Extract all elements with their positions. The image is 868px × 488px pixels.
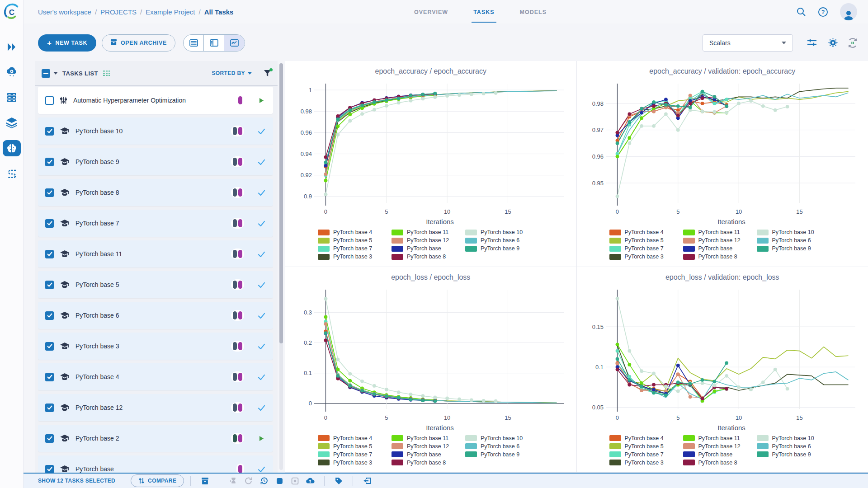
legend-item[interactable]: PyTorch base 10 [757,434,830,442]
reset-icon[interactable] [256,477,272,485]
sorted-by-button[interactable]: SORTED BY [212,70,252,76]
legend-item[interactable]: PyTorch base 11 [683,434,757,442]
task-checkbox[interactable] [45,342,54,351]
legend-item[interactable]: PyTorch base 11 [392,434,465,442]
task-checkbox[interactable] [45,311,54,320]
details-view-icon[interactable] [204,35,224,51]
legend-item[interactable]: PyTorch base 4 [609,434,683,442]
select-all-checkbox[interactable] [42,69,50,78]
projects-icon[interactable] [3,140,21,156]
select-mode-caret-icon[interactable] [53,72,58,75]
legend-item[interactable]: PyTorch base 8 [683,253,757,261]
add-tag-icon[interactable] [331,477,346,485]
legend-item[interactable]: PyTorch base 12 [683,236,757,244]
tasks-scrollbar-thumb[interactable] [279,63,283,343]
tune-settings-icon[interactable] [807,38,817,49]
legend-item[interactable]: PyTorch base 5 [318,236,392,244]
task-row[interactable]: PyTorch base 12 [38,394,273,421]
task-row[interactable]: PyTorch base 2 [38,425,273,452]
legend-item[interactable]: PyTorch base 5 [318,442,392,450]
breadcrumb-project[interactable]: Example Project [146,8,195,16]
user-avatar[interactable] [840,3,857,20]
legend-item[interactable]: PyTorch base 3 [318,459,392,467]
legend-item[interactable]: PyTorch base 10 [465,434,539,442]
task-row[interactable]: PyTorch base 4 [38,363,273,390]
metric-selector-dropdown[interactable]: Scalars [703,34,793,52]
task-checkbox[interactable] [45,219,54,228]
clearml-logo[interactable]: C [0,0,24,23]
chart-plot[interactable]: 0.90.920.940.960.981051015Iterations [290,78,572,228]
legend-item[interactable]: PyTorch base 12 [683,442,757,450]
task-row[interactable]: PyTorch base 3 [38,333,273,360]
legend-item[interactable]: PyTorch base 8 [392,253,465,261]
legend-item[interactable]: PyTorch base 3 [318,253,392,261]
task-row[interactable]: PyTorch base 11 [38,240,273,267]
task-row[interactable]: PyTorch base 9 [38,148,273,175]
legend-item[interactable]: PyTorch base 9 [757,450,830,459]
legend-item[interactable]: PyTorch base 4 [318,434,392,442]
task-row[interactable]: PyTorch base 10 [38,117,273,145]
legend-item[interactable]: PyTorch base 6 [465,236,539,244]
legend-item[interactable]: PyTorch base 8 [683,459,757,467]
abort-icon[interactable] [272,478,287,484]
task-checkbox[interactable] [45,188,54,197]
task-checkbox[interactable] [45,158,54,166]
legend-item[interactable]: PyTorch base [683,244,757,253]
task-checkbox[interactable] [45,465,54,474]
move-to-project-icon[interactable] [359,477,375,484]
show-selected-button[interactable]: SHOW 12 TASKS SELECTED [38,478,115,484]
chart-plot[interactable]: 0.950.960.970.98051015Iterations [581,78,863,228]
legend-item[interactable]: PyTorch base 3 [609,459,683,467]
breadcrumb-workspace[interactable]: User's workspace [38,8,91,16]
task-checkbox[interactable] [45,281,54,289]
auto-refresh-icon[interactable] [847,38,858,50]
legend-item[interactable]: PyTorch base 7 [609,450,683,459]
legend-item[interactable]: PyTorch base 10 [465,228,539,236]
tab-tasks[interactable]: TASKS [472,1,496,23]
legend-item[interactable]: PyTorch base 12 [392,236,465,244]
legend-item[interactable]: PyTorch base 4 [609,228,683,236]
customize-columns-icon[interactable] [103,70,110,77]
task-row[interactable]: PyTorch base 7 [38,210,273,237]
datasets-icon[interactable] [3,115,21,131]
tab-overview[interactable]: OVERVIEW [412,1,450,23]
expand-sidebar-icon[interactable] [3,39,21,55]
help-icon[interactable]: ? [818,7,828,17]
legend-item[interactable]: PyTorch base 11 [683,228,757,236]
legend-item[interactable]: PyTorch base 4 [318,228,392,236]
legend-item[interactable]: PyTorch base 5 [609,236,683,244]
chart-plot[interactable]: 0.050.10.15051015Iterations [581,284,863,434]
task-row[interactable]: PyTorch base 5 [38,271,273,298]
archive-action-icon[interactable] [197,477,212,485]
legend-item[interactable]: PyTorch base 12 [392,442,465,450]
task-checkbox[interactable] [45,373,54,381]
open-archive-button[interactable]: OPEN ARCHIVE [102,34,175,52]
task-checkbox[interactable] [45,250,54,258]
search-icon[interactable] [796,7,806,17]
publish-icon[interactable] [302,477,318,484]
task-checkbox[interactable] [45,127,54,136]
breadcrumb-projects[interactable]: PROJECTS [100,8,137,16]
table-view-icon[interactable] [184,35,204,51]
tab-models[interactable]: MODELS [518,1,548,23]
pipelines-icon[interactable] [3,165,21,182]
breadcrumb-current[interactable]: All Tasks [204,8,234,16]
legend-item[interactable]: PyTorch base 6 [465,442,539,450]
legend-item[interactable]: PyTorch base 9 [465,244,539,253]
task-row[interactable]: PyTorch base 6 [38,302,273,329]
filter-icon[interactable] [264,70,271,77]
legend-item[interactable]: PyTorch base 9 [757,244,830,253]
legend-item[interactable]: PyTorch base 6 [757,236,830,244]
compare-plots-view-icon[interactable] [224,35,245,51]
legend-item[interactable]: PyTorch base 5 [609,442,683,450]
task-checkbox[interactable] [45,404,54,412]
workers-icon[interactable] [3,64,21,80]
legend-item[interactable]: PyTorch base 10 [757,228,830,236]
legend-item[interactable]: PyTorch base 9 [465,450,539,459]
legend-item[interactable]: PyTorch base 7 [318,450,392,459]
gear-icon[interactable] [828,38,838,50]
task-checkbox[interactable] [45,434,54,443]
compare-button[interactable]: COMPARE [131,474,184,487]
legend-item[interactable]: PyTorch base 7 [609,244,683,253]
legend-item[interactable]: PyTorch base 11 [392,228,465,236]
